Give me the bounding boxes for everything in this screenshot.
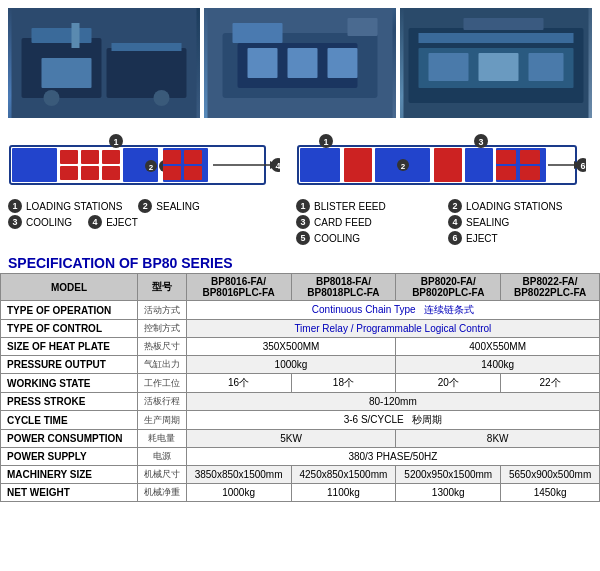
photo-1 xyxy=(8,8,200,118)
svg-rect-31 xyxy=(81,166,99,180)
svg-rect-68 xyxy=(496,166,516,180)
svg-rect-5 xyxy=(72,23,80,48)
right-legend-1: 1 BLISTER EEED xyxy=(296,199,440,213)
table-row: SIZE OF HEAT PLATE 热板尺寸 350X500MM 400X55… xyxy=(1,338,600,356)
row-label: PRESS STROKE xyxy=(1,393,138,411)
row-v2: 18个 xyxy=(291,374,396,393)
row-value-right: 400X550MM xyxy=(396,338,600,356)
row-value-left: 5KW xyxy=(186,430,396,448)
row-cn: 活板行程 xyxy=(137,393,186,411)
svg-rect-15 xyxy=(328,48,358,78)
svg-rect-30 xyxy=(60,166,78,180)
right-legend-label-5: COOLING xyxy=(314,233,360,244)
svg-rect-54 xyxy=(300,148,340,182)
svg-rect-2 xyxy=(32,28,92,43)
left-machine-svg: 1 2 3 4 xyxy=(8,128,280,193)
diagrams-area: 1 2 3 4 1 xyxy=(0,124,600,251)
row-label: TYPE OF OPERATION xyxy=(1,301,138,320)
col-bp8016: BP8016-FA/ BP8016PLC-FA xyxy=(186,274,291,301)
col-bp8018: BP8018-FA/ BP8018PLC-FA xyxy=(291,274,396,301)
row-label: PRESSURE OUTPUT xyxy=(1,356,138,374)
svg-text:4: 4 xyxy=(275,161,280,171)
right-legend-label-4: SEALING xyxy=(466,217,509,228)
row-cn: 生产周期 xyxy=(137,411,186,430)
table-row: TYPE OF CONTROL 控制方式 Timer Relay / Progr… xyxy=(1,320,600,338)
svg-rect-60 xyxy=(465,148,493,182)
row-value-span: 3-6 S/CYCLE 秒周期 xyxy=(186,411,599,430)
left-diagram: 1 2 3 4 1 xyxy=(8,128,288,247)
right-legend-num-2: 2 xyxy=(448,199,462,213)
legend-loading: 1 LOADING STATIONS xyxy=(8,199,122,213)
table-row: POWER CONSUMPTION 耗电量 5KW 8KW xyxy=(1,430,600,448)
svg-point-7 xyxy=(44,90,60,106)
svg-rect-19 xyxy=(419,33,574,43)
spec-table: MODEL 型号 BP8016-FA/ BP8016PLC-FA BP8018-… xyxy=(0,273,600,502)
right-legend-6: 6 EJECT xyxy=(448,231,592,245)
row-value-span: 380/3 PHASE/50HZ xyxy=(186,448,599,466)
svg-rect-43 xyxy=(163,166,181,180)
legend-label-1: LOADING STATIONS xyxy=(26,201,122,212)
svg-text:3: 3 xyxy=(478,137,483,147)
row-v4: 1450kg xyxy=(501,484,600,502)
row-v3: 5200x950x1500mm xyxy=(396,466,501,484)
svg-rect-28 xyxy=(81,150,99,164)
row-label: CYCLE TIME xyxy=(1,411,138,430)
legend-num-4: 4 xyxy=(88,215,102,229)
right-legend-label-2: LOADING STATIONS xyxy=(466,201,562,212)
row-cn: 气缸出力 xyxy=(137,356,186,374)
row-v1: 1000kg xyxy=(186,484,291,502)
svg-rect-32 xyxy=(102,166,120,180)
svg-text:6: 6 xyxy=(580,161,585,171)
svg-rect-59 xyxy=(434,148,462,182)
right-legend-num-6: 6 xyxy=(448,231,462,245)
row-label: WORKING STATE xyxy=(1,374,138,393)
right-legend-label-3: CARD FEED xyxy=(314,217,372,228)
svg-rect-29 xyxy=(102,150,120,164)
row-cn: 耗电量 xyxy=(137,430,186,448)
right-diagram: 1 3 2 4 5 xyxy=(296,128,592,247)
svg-rect-66 xyxy=(496,150,516,164)
photo-2 xyxy=(204,8,396,118)
svg-rect-22 xyxy=(479,53,519,81)
svg-rect-6 xyxy=(112,43,182,51)
svg-rect-41 xyxy=(163,150,181,164)
svg-rect-67 xyxy=(520,150,540,164)
row-cn: 机械净重 xyxy=(137,484,186,502)
svg-text:2: 2 xyxy=(149,163,154,172)
right-machine-svg: 1 3 2 4 5 xyxy=(296,128,586,193)
svg-rect-4 xyxy=(42,58,92,88)
col-cn: 型号 xyxy=(137,274,186,301)
photo-3 xyxy=(400,8,592,118)
svg-text:1: 1 xyxy=(113,137,118,147)
right-legend-5: 5 COOLING xyxy=(296,231,440,245)
spec-title: SPECIFICATION OF BP80 SERIES xyxy=(0,251,600,273)
svg-rect-11 xyxy=(233,23,283,43)
table-row: PRESS STROKE 活板行程 80-120mm xyxy=(1,393,600,411)
legend-label-2: SEALING xyxy=(156,201,199,212)
right-legend-label-1: BLISTER EEED xyxy=(314,201,386,212)
row-label: NET WEIGHT xyxy=(1,484,138,502)
svg-rect-27 xyxy=(60,150,78,164)
svg-rect-42 xyxy=(184,150,202,164)
svg-rect-16 xyxy=(348,18,378,36)
row-value-span: Timer Relay / Programmable Logical Contr… xyxy=(186,320,599,338)
table-row: MACHINERY SIZE 机械尺寸 3850x850x1500mm 4250… xyxy=(1,466,600,484)
row-v3: 20个 xyxy=(396,374,501,393)
table-row: TYPE OF OPERATION 活动方式 Continuous Chain … xyxy=(1,301,600,320)
row-cn: 控制方式 xyxy=(137,320,186,338)
photos-row xyxy=(0,0,600,124)
legend-num-2: 2 xyxy=(138,199,152,213)
svg-rect-13 xyxy=(248,48,278,78)
legend-label-3: COOLING xyxy=(26,217,72,228)
right-legend-4: 4 SEALING xyxy=(448,215,592,229)
row-v1: 3850x850x1500mm xyxy=(186,466,291,484)
right-legend-num-3: 3 xyxy=(296,215,310,229)
right-legend: 1 BLISTER EEED 2 LOADING STATIONS 3 CARD… xyxy=(296,195,592,247)
row-v2: 4250x850x1500mm xyxy=(291,466,396,484)
right-legend-label-6: EJECT xyxy=(466,233,498,244)
row-label: TYPE OF CONTROL xyxy=(1,320,138,338)
legend-num-1: 1 xyxy=(8,199,22,213)
svg-rect-69 xyxy=(520,166,540,180)
legend-num-3: 3 xyxy=(8,215,22,229)
row-v2: 1100kg xyxy=(291,484,396,502)
